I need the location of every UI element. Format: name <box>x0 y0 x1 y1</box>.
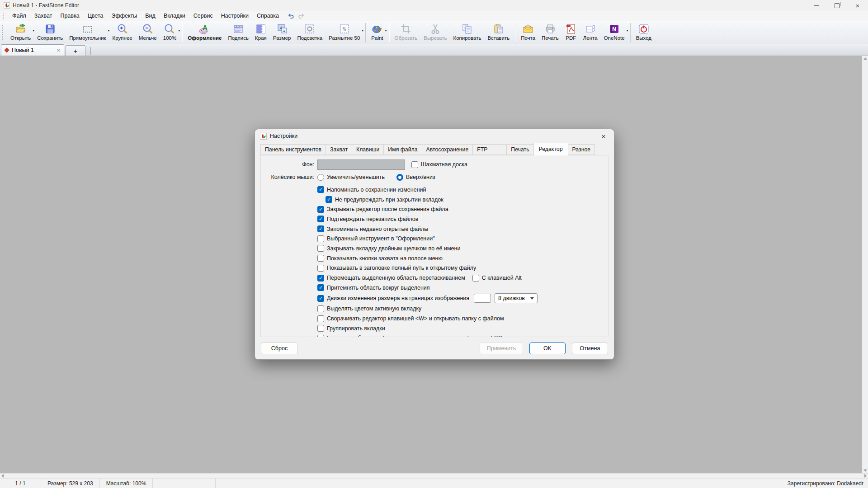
email-button[interactable]: Почта <box>518 21 538 44</box>
checkbox[interactable] <box>317 206 324 213</box>
menu-item-file[interactable]: Файл <box>8 12 30 20</box>
checkbox[interactable] <box>317 305 324 312</box>
undo-icon[interactable] <box>288 13 294 19</box>
checkbox[interactable] <box>317 335 324 337</box>
option-row: Показывать кнопки захвата на полосе меню <box>317 253 608 263</box>
paste-button[interactable]: Вставить <box>484 21 513 44</box>
checkerboard-checkbox[interactable] <box>411 161 418 168</box>
zoom-in-button[interactable]: Крупнее <box>109 21 136 44</box>
tab-keys[interactable]: Клавиши <box>352 144 384 155</box>
checkbox[interactable] <box>326 196 332 203</box>
checkbox[interactable] <box>317 255 324 262</box>
alt-key-checkbox[interactable] <box>472 275 479 282</box>
tab-capture[interactable]: Захват <box>326 144 352 155</box>
caption-button[interactable]: Подпись <box>225 21 252 44</box>
option-row: Выбранный инструмент в "Оформлении" <box>317 234 608 244</box>
scroll-up-icon[interactable] <box>863 57 867 60</box>
dropdown-arrow-icon[interactable]: ▾ <box>178 28 180 33</box>
dropdown-arrow-icon[interactable]: ▾ <box>385 28 387 33</box>
menu-item-tabs[interactable]: Вкладки <box>160 12 189 20</box>
rectangle-select-button[interactable]: ▾ Прямоугольник <box>66 21 109 44</box>
tab-ftp[interactable]: FTP <box>472 144 507 155</box>
rectangle-select-icon <box>82 22 94 35</box>
document-tab-bar: Новый 1 × + <box>0 44 868 56</box>
svg-text:N: N <box>612 26 616 33</box>
toolbar-separator <box>182 23 182 42</box>
tab-misc[interactable]: Разное <box>568 144 595 155</box>
checkbox[interactable] <box>317 295 324 302</box>
menu-item-service[interactable]: Сервис <box>189 12 217 20</box>
add-tab-button[interactable]: + <box>66 45 85 56</box>
pdf-button[interactable]: PDF <box>562 21 580 44</box>
checkbox[interactable] <box>317 284 324 291</box>
background-color-swatch[interactable] <box>317 160 405 170</box>
paste-clipboard-icon <box>493 22 505 35</box>
blur-button[interactable]: ▾ Размытие 50 <box>326 21 363 44</box>
scroll-left-icon[interactable] <box>1 474 4 478</box>
tab-editor[interactable]: Редактор <box>533 143 568 155</box>
onenote-button[interactable]: N ▾ OneNote <box>601 21 628 44</box>
tab-toolbar-panel[interactable]: Панель инструментов <box>260 144 326 155</box>
cancel-button[interactable]: Отмена <box>572 343 608 354</box>
checkbox[interactable] <box>317 275 324 282</box>
zoom-out-icon <box>142 22 154 35</box>
checkbox[interactable] <box>317 225 324 232</box>
highlight-button[interactable]: Подсветка <box>294 21 326 44</box>
checkbox[interactable] <box>317 235 324 242</box>
option-row: Не предупреждать при закрытии вкладок <box>326 195 608 205</box>
menu-item-capture[interactable]: Захват <box>30 12 57 20</box>
handles-count-select[interactable]: 8 движков <box>495 293 538 303</box>
exit-button[interactable]: Выход <box>633 21 655 44</box>
zoom-100-button[interactable]: ▾ 100% <box>160 21 179 44</box>
menu-item-settings[interactable]: Настройки <box>217 12 253 20</box>
tab-filename[interactable]: Имя файла <box>383 144 422 155</box>
vertical-scrollbar[interactable] <box>862 56 868 473</box>
tab-print[interactable]: Печать <box>506 144 533 155</box>
edge-button[interactable]: Края <box>252 21 270 44</box>
status-size: Размер: 529 x 203 <box>41 479 100 488</box>
menu-item-colors[interactable]: Цвета <box>84 12 108 20</box>
scroll-down-icon[interactable] <box>863 469 867 472</box>
horizontal-scrollbar[interactable] <box>0 473 868 478</box>
zoom-out-button[interactable]: Мельче <box>136 21 160 44</box>
ribbon-button[interactable]: Лента <box>580 21 601 44</box>
redo-icon <box>298 13 305 19</box>
tab-close-icon[interactable]: × <box>57 47 60 53</box>
wheel-zoom-label[interactable]: Увеличить/уменьшить <box>327 174 385 180</box>
scroll-right-icon[interactable] <box>864 474 867 478</box>
checkbox[interactable] <box>317 216 324 222</box>
save-floppy-icon <box>44 22 56 35</box>
tab-autosave[interactable]: Автосохранение <box>422 144 473 155</box>
restore-button[interactable] <box>826 0 847 11</box>
checkbox[interactable] <box>317 245 324 252</box>
open-button[interactable]: ▾ Открыть <box>7 21 34 44</box>
menu-item-edit[interactable]: Правка <box>56 12 83 20</box>
checkerboard-label[interactable]: Шахматная доска <box>421 161 467 168</box>
wheel-scroll-label[interactable]: Вверх/вниз <box>406 174 435 180</box>
menu-item-effects[interactable]: Эффекты <box>107 12 141 20</box>
resize-button[interactable]: Размер <box>270 21 294 44</box>
dropdown-arrow-icon[interactable]: ▾ <box>362 28 363 33</box>
menu-item-help[interactable]: Справка <box>253 12 283 20</box>
dialog-close-button[interactable]: × <box>596 131 611 141</box>
checkbox[interactable] <box>317 325 324 332</box>
minimize-button[interactable] <box>806 0 826 11</box>
save-button[interactable]: Сохранить <box>34 21 66 44</box>
copy-button[interactable]: Копировать <box>450 21 484 44</box>
dropdown-arrow-icon[interactable]: ▾ <box>627 28 628 33</box>
checkbox[interactable] <box>317 186 324 193</box>
ok-button[interactable]: OK <box>529 343 566 354</box>
reset-button[interactable]: Сброс <box>261 343 298 354</box>
draw-button[interactable]: A Оформление <box>184 21 225 44</box>
checkbox[interactable] <box>317 265 324 272</box>
close-button[interactable]: × <box>847 0 868 11</box>
paint-button[interactable]: ▾ Paint <box>368 21 386 44</box>
print-button[interactable]: Печать <box>538 21 562 44</box>
wheel-zoom-radio[interactable] <box>317 174 324 181</box>
app-logo-icon <box>4 2 10 9</box>
checkbox[interactable] <box>317 315 324 322</box>
handle-size-input[interactable] <box>474 294 491 303</box>
wheel-scroll-radio[interactable] <box>396 174 403 181</box>
menu-item-view[interactable]: Вид <box>141 12 160 20</box>
document-tab[interactable]: Новый 1 × <box>1 44 64 56</box>
